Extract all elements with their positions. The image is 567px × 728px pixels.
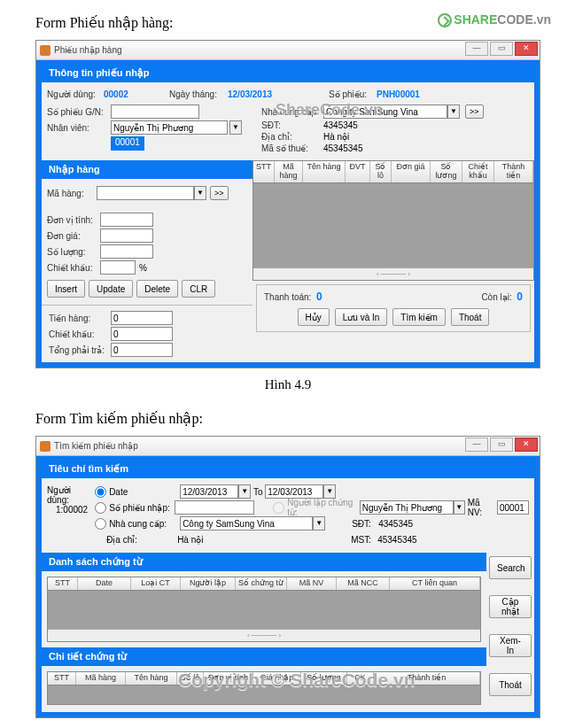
date-from-input[interactable] bbox=[180, 484, 238, 499]
mst-value-2: 45345345 bbox=[377, 535, 417, 545]
date-to-picker-icon[interactable]: ▼ bbox=[323, 484, 336, 499]
huy-button[interactable]: Hủy bbox=[298, 308, 330, 326]
panel-header-list: Danh sách chứng từ bbox=[42, 553, 486, 571]
thanhtoan-value: 0 bbox=[316, 290, 322, 303]
close-button[interactable]: ✕ bbox=[515, 42, 538, 56]
chietkhau-label: Chiết khấu: bbox=[47, 263, 100, 273]
nhanvien-dropdown-icon[interactable]: ▼ bbox=[229, 120, 242, 135]
scrollbar-2[interactable]: ‹ ───── › bbox=[48, 629, 480, 641]
thoat-button-2[interactable]: Thoát bbox=[489, 673, 532, 696]
ncc-search-input[interactable] bbox=[180, 516, 313, 531]
doc-heading-2: Form Tìm kiếm phiếu nhập: bbox=[35, 410, 540, 427]
items-grid[interactable]: STT Mã hàng Tên hàng ĐVT Số lô Đơn giá S… bbox=[252, 160, 534, 281]
minimize-button[interactable]: — bbox=[465, 42, 488, 56]
chietkhau-input[interactable] bbox=[100, 260, 136, 275]
xemin-button[interactable]: Xem-In bbox=[489, 634, 532, 657]
radio-date[interactable] bbox=[95, 486, 106, 498]
diachi-value: Hà nội bbox=[323, 132, 349, 142]
radio-ncc[interactable] bbox=[95, 518, 106, 530]
mst-value: 45345345 bbox=[323, 143, 363, 153]
grid-col-stt: STT bbox=[253, 161, 275, 182]
date-to-input[interactable] bbox=[265, 484, 323, 499]
grid-col-soluong: Số lương bbox=[431, 161, 462, 182]
window-titlebar[interactable]: Phiếu nhập hàng — ▭ ✕ bbox=[36, 41, 540, 60]
sophieu-value: PNH00001 bbox=[377, 89, 420, 99]
grid-col-dvt: ĐVT bbox=[346, 161, 370, 182]
opt-date-label: Date bbox=[109, 487, 180, 497]
panel-header-info: Thông tin phiếu nhập bbox=[42, 64, 534, 82]
ncc-label: Nhà cung cấp: bbox=[261, 107, 323, 117]
results-grid-1[interactable]: STT Date Loại CT Người lập Số chứng từ M… bbox=[47, 577, 481, 642]
g1-col-loaict: Loại CT bbox=[131, 577, 181, 590]
sdt-label: SĐT: bbox=[261, 120, 323, 130]
mst-label-2: MST: bbox=[351, 535, 377, 545]
to-label: To bbox=[253, 487, 263, 497]
g1-col-stt: STT bbox=[48, 577, 78, 590]
mahang-input[interactable] bbox=[97, 186, 194, 200]
tienhang-label: Tiền hàng: bbox=[49, 314, 111, 323]
sophieu-search-input[interactable] bbox=[175, 500, 254, 515]
g2-col-mahang: Mã hàng bbox=[76, 672, 126, 685]
manv-input bbox=[497, 500, 529, 515]
radio-sophieu[interactable] bbox=[95, 502, 106, 514]
sophieu-gn-input[interactable] bbox=[111, 105, 199, 119]
dongia-label: Đơn giá: bbox=[47, 231, 100, 241]
conlai-label: Còn lại: bbox=[481, 292, 511, 302]
g2-col-solo: Số lô bbox=[177, 672, 204, 685]
g2-col-dvt: Đơn vị tính bbox=[204, 672, 253, 685]
user-value: 00002 bbox=[104, 89, 166, 99]
date-from-picker-icon[interactable]: ▼ bbox=[238, 484, 251, 499]
soluong-input[interactable] bbox=[100, 244, 153, 259]
g2-col-tenhang: Tên hàng bbox=[126, 672, 177, 685]
search-button[interactable]: Search bbox=[489, 556, 532, 579]
minimize-button-2[interactable]: — bbox=[465, 438, 488, 452]
scrollbar[interactable]: ‹ ───── › bbox=[253, 267, 533, 280]
nhanvien-code[interactable]: 00001 bbox=[111, 136, 144, 151]
dvt-label: Đơn vị tính: bbox=[47, 215, 100, 225]
panel-header-nhaphang: Nhập hàng bbox=[42, 160, 252, 179]
nhanvien-label: Nhân viên: bbox=[47, 123, 111, 133]
g1-col-soct: Số chứng từ bbox=[236, 577, 287, 590]
tongtra-label: Tổng phải trả: bbox=[49, 345, 111, 355]
nguoilap-dropdown-icon[interactable]: ▼ bbox=[454, 500, 465, 515]
sophieu-label: Số phiếu: bbox=[329, 89, 373, 99]
dvt-input[interactable] bbox=[100, 213, 153, 227]
g2-col-ck: CK bbox=[347, 672, 374, 685]
mahang-dropdown-icon[interactable]: ▼ bbox=[194, 186, 206, 200]
sophieu-gn-label: Số phiếu G/N: bbox=[47, 107, 111, 117]
timkiem-button[interactable]: Tìm kiếm bbox=[392, 308, 446, 326]
date-label: Ngày tháng: bbox=[169, 89, 224, 99]
window-titlebar-2[interactable]: Tìm kiếm phiếu nhập — ▭ ✕ bbox=[36, 437, 540, 456]
window-title-text: Phiếu nhập hàng bbox=[54, 45, 122, 55]
results-grid-2[interactable]: STT Mã hàng Tên hàng Số lô Đơn vị tính G… bbox=[47, 671, 481, 705]
ncc-dropdown-icon[interactable]: ▼ bbox=[447, 105, 460, 119]
clr-button[interactable]: CLR bbox=[182, 280, 215, 298]
ncc-more-button[interactable]: >> bbox=[465, 105, 484, 119]
soluong-label: Số lượng: bbox=[47, 247, 100, 257]
thoat-button[interactable]: Thoát bbox=[451, 308, 490, 326]
dongia-input[interactable] bbox=[100, 228, 153, 243]
capnhat-button[interactable]: Cập nhật bbox=[489, 595, 532, 618]
delete-button[interactable]: Delete bbox=[136, 280, 178, 298]
maximize-button[interactable]: ▭ bbox=[490, 42, 513, 56]
ncc-input[interactable] bbox=[323, 105, 447, 119]
close-button-2[interactable]: ✕ bbox=[515, 438, 538, 452]
ncc-search-dropdown-icon[interactable]: ▼ bbox=[313, 516, 325, 531]
mahang-more-button[interactable]: >> bbox=[210, 186, 229, 200]
nguoilap-input[interactable] bbox=[360, 500, 454, 515]
radio-nguoilap bbox=[273, 502, 284, 514]
update-button[interactable]: Update bbox=[89, 280, 133, 298]
nhanvien-input[interactable] bbox=[111, 120, 228, 135]
g2-col-soluong: Số lượng bbox=[301, 672, 347, 685]
maximize-button-2[interactable]: ▭ bbox=[490, 438, 513, 452]
window-icon bbox=[40, 45, 50, 56]
panel-header-criteria: Tiêu chí tìm kiếm bbox=[42, 460, 534, 478]
percent-label: % bbox=[139, 263, 147, 273]
luuin-button[interactable]: Lưu và In bbox=[335, 308, 388, 326]
thanhtoan-label: Thanh toán: bbox=[264, 292, 311, 302]
insert-button[interactable]: Insert bbox=[47, 280, 85, 298]
opt-ncc-label: Nhà cung cấp: bbox=[109, 519, 180, 529]
grid-col-mahang: Mã hàng bbox=[275, 161, 303, 182]
g1-col-date: Date bbox=[78, 577, 131, 590]
sdt-value: 4345345 bbox=[323, 120, 358, 130]
